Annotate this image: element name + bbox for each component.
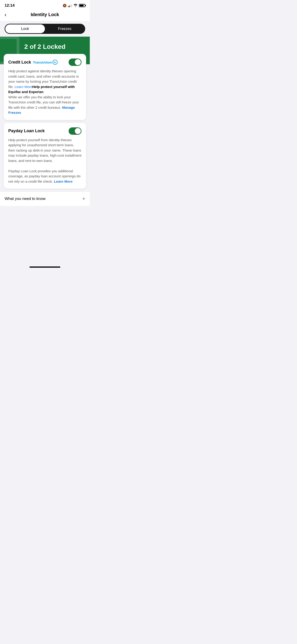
credit-lock-header: Credit Lock TransUnion tu <box>8 58 82 66</box>
locked-count: 2 of 2 Locked <box>4 43 85 50</box>
page-title: Identity Lock <box>30 12 59 17</box>
back-button[interactable]: ‹ <box>4 12 6 18</box>
info-label: What you need to know <box>4 196 46 201</box>
info-section[interactable]: What you need to know + <box>0 192 90 206</box>
battery-icon <box>79 4 85 7</box>
payday-lock-title: Payday Loan Lock <box>8 128 45 133</box>
transunion-symbol: tu <box>52 60 58 65</box>
payday-lock-toggle[interactable] <box>68 127 82 135</box>
signal-icon <box>68 4 72 7</box>
cards-container: Credit Lock TransUnion tu Help protect a… <box>0 54 90 189</box>
toggle-knob <box>75 59 81 65</box>
payday-learn-more-link[interactable]: Learn More <box>54 180 72 183</box>
status-icons: 🔕 <box>62 4 85 8</box>
payday-loan-lock-card: Payday Loan Lock Help protect yourself f… <box>4 123 86 189</box>
toggle-knob-payday <box>75 128 81 134</box>
credit-lock-toggle[interactable] <box>68 58 82 66</box>
bottom-content <box>0 206 90 252</box>
credit-lock-card: Credit Lock TransUnion tu Help protect a… <box>4 54 86 120</box>
lock-tab[interactable]: Lock <box>5 24 45 33</box>
home-indicator <box>30 266 60 268</box>
transunion-name: TransUnion <box>33 60 52 64</box>
credit-lock-learn-more[interactable]: Learn More <box>15 85 32 89</box>
status-bar: 12:14 🔕 <box>0 0 90 10</box>
payday-lock-body: Help protect yourself from identity thie… <box>8 138 82 184</box>
payday-lock-description1: Help protect yourself from identity thie… <box>8 138 82 162</box>
segmented-control: Lock Freezes <box>4 24 85 34</box>
freezes-tab[interactable]: Freezes <box>45 24 84 33</box>
payday-lock-header: Payday Loan Lock <box>8 127 82 135</box>
bell-mute-icon: 🔕 <box>62 4 66 7</box>
credit-lock-body: Help protect against identity thieves op… <box>8 69 82 116</box>
home-indicator-area <box>0 252 90 270</box>
nav-header: ‹ Identity Lock <box>0 10 90 21</box>
transunion-logo: TransUnion tu <box>33 60 58 65</box>
status-time: 12:14 <box>4 3 14 8</box>
wifi-icon <box>74 4 78 8</box>
expand-icon[interactable]: + <box>82 196 85 202</box>
credit-lock-title: Credit Lock <box>8 60 31 65</box>
